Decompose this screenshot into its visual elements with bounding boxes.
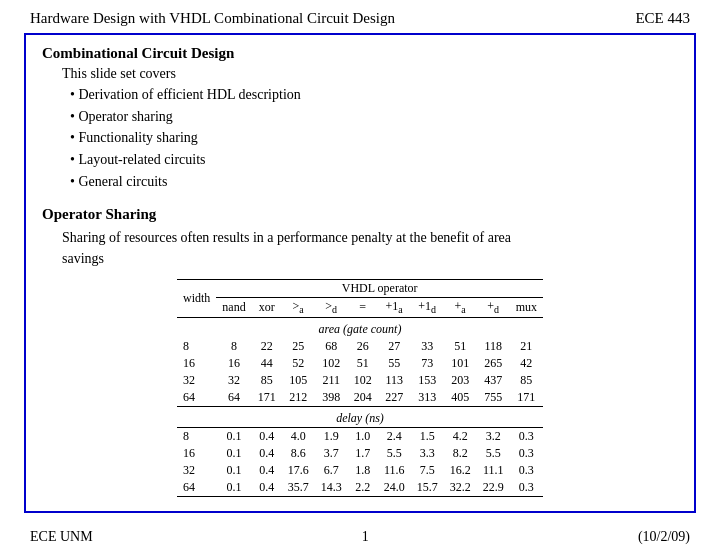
col-xor: xor — [252, 298, 282, 317]
bullet-item-5: General circuits — [70, 171, 678, 193]
footer-left: ECE UNM — [30, 529, 93, 545]
section1-line1: Sharing of resources often results in a … — [62, 230, 511, 245]
footer: ECE UNM 1 (10/2/09) — [0, 521, 720, 551]
data-table-container: width VHDL operator nand xor >a >d = +1a… — [42, 279, 678, 496]
section1-body: Sharing of resources often results in a … — [62, 227, 678, 269]
table-row: 64 0.1 0.4 35.7 14.3 2.2 24.0 15.7 32.2 … — [177, 479, 543, 497]
col-group-vhdl: VHDL operator — [216, 280, 543, 298]
intro-text: This slide set covers — [62, 66, 678, 82]
col-width: width — [177, 280, 216, 317]
col-plus1a: +1a — [378, 298, 411, 317]
bullet-list: Derivation of efficient HDL description … — [70, 84, 678, 192]
table-row: 8 0.1 0.4 4.0 1.9 1.0 2.4 1.5 4.2 3.2 0.… — [177, 427, 543, 445]
table-row: 8 8 22 25 68 26 27 33 51 118 21 — [177, 338, 543, 355]
delay-label: delay (ns) — [177, 406, 543, 427]
table-row: 64 64 171 212 398 204 227 313 405 755 17… — [177, 389, 543, 407]
header-left: Hardware Design with VHDL Combinational … — [30, 10, 395, 27]
col-plus1d: +1d — [411, 298, 444, 317]
col-plusd: +d — [477, 298, 510, 317]
footer-center: 1 — [362, 529, 369, 545]
footer-right: (10/2/09) — [638, 529, 690, 545]
bullet-item-1: Derivation of efficient HDL description — [70, 84, 678, 106]
table-row: 32 32 85 105 211 102 113 153 203 437 85 — [177, 372, 543, 389]
bullet-item-4: Layout-related circuits — [70, 149, 678, 171]
table-row: 16 0.1 0.4 8.6 3.7 1.7 5.5 3.3 8.2 5.5 0… — [177, 445, 543, 462]
col-mux: mux — [510, 298, 543, 317]
col-gtd: >d — [315, 298, 348, 317]
col-eq: = — [348, 298, 378, 317]
bullet-item-3: Functionality sharing — [70, 127, 678, 149]
table-row: 16 16 44 52 102 51 55 73 101 265 42 — [177, 355, 543, 372]
col-plusa: +a — [444, 298, 477, 317]
header-right: ECE 443 — [635, 10, 690, 27]
box-title: Combinational Circuit Design — [42, 45, 678, 62]
bullet-item-2: Operator sharing — [70, 106, 678, 128]
operator-table: width VHDL operator nand xor >a >d = +1a… — [177, 279, 543, 496]
area-label: area (gate count) — [177, 317, 543, 338]
main-content-box: Combinational Circuit Design This slide … — [24, 33, 696, 513]
section1-title: Operator Sharing — [42, 206, 678, 223]
col-nand: nand — [216, 298, 251, 317]
section1-line2: savings — [62, 251, 104, 266]
col-gta: >a — [282, 298, 315, 317]
table-row: 32 0.1 0.4 17.6 6.7 1.8 11.6 7.5 16.2 11… — [177, 462, 543, 479]
